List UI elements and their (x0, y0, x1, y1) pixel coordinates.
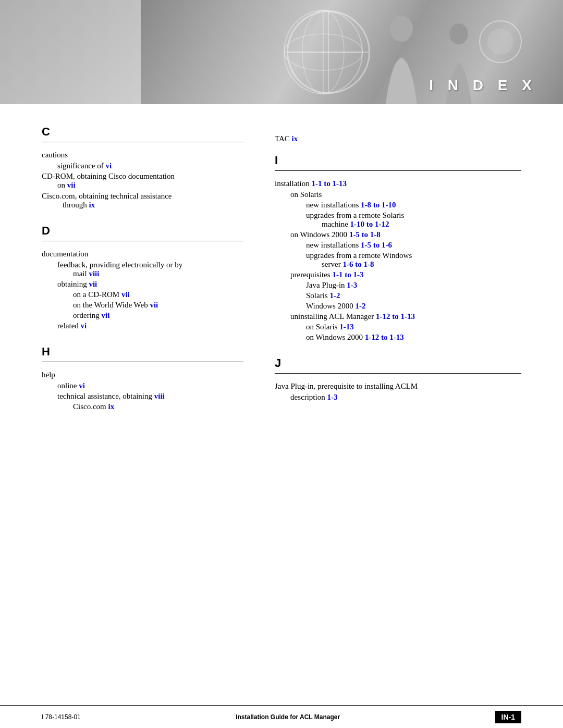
link-obtaining-vii[interactable]: vii (89, 280, 97, 288)
index-label: I N D E X (429, 77, 537, 94)
entry-help: help (42, 371, 243, 379)
link-tech-assist-viii[interactable]: viii (154, 392, 165, 400)
link-upgrades-windows[interactable]: 1-6 to 1-8 (342, 260, 374, 268)
entry-prerequisites: prerequisites 1-1 to 1-3 (290, 270, 521, 279)
divider-d (42, 241, 243, 241)
link-ciscocom-sub-ix[interactable]: ix (108, 402, 115, 411)
link-uninstall-windows[interactable]: 1-12 to 1-13 (365, 333, 404, 341)
main-content: C cautions significance of vi CD-ROM, ob… (0, 104, 563, 457)
banner-graphic: I N D E X (141, 0, 563, 104)
entry-java-description: description 1-3 (290, 393, 521, 402)
entry-ciscocom: Cisco.com, obtaining technical assistanc… (42, 192, 243, 209)
link-new-inst-windows[interactable]: 1-5 to 1-6 (361, 241, 392, 249)
divider-j (275, 373, 521, 374)
entry-documentation: documentation (42, 250, 243, 258)
link-ordering-vii[interactable]: vii (102, 311, 110, 319)
link-upgrades-solaris[interactable]: 1-10 to 1-12 (350, 220, 389, 228)
entry-feedback: feedback, providing electronically or by… (57, 261, 243, 278)
entry-uninstalling: uninstalling ACL Manager 1-12 to 1-13 (290, 312, 521, 321)
entry-upgrades-solaris: upgrades from a remote Solaris machine 1… (306, 211, 521, 229)
svg-point-5 (390, 16, 413, 42)
divider-h (42, 362, 243, 362)
entry-cdrom: CD-ROM, obtaining Cisco documentation on… (42, 172, 243, 190)
entry-on-www: on the World Wide Web vii (73, 301, 243, 310)
entry-tac: TAC ix (275, 134, 521, 143)
link-on-www-vii[interactable]: vii (150, 301, 158, 309)
link-windows-prereq[interactable]: 1-2 (355, 302, 365, 310)
footer-doc-number: I 78-14158-01 (42, 713, 81, 721)
entry-new-inst-windows: new installations 1-5 to 1-6 (306, 241, 521, 250)
link-solaris-prereq[interactable]: 1-2 (329, 291, 340, 300)
section-letter-i: I (275, 154, 521, 167)
entry-on-solaris: on Solaris (290, 190, 521, 199)
entry-ciscocom-sub: Cisco.com ix (73, 402, 243, 411)
entry-solaris-prereq: Solaris 1-2 (306, 291, 521, 300)
entry-ordering: ordering vii (73, 311, 243, 320)
entry-new-inst-solaris: new installations 1-8 to 1-10 (306, 201, 521, 209)
entry-significance: significance of vi (57, 162, 243, 170)
link-uninstall-solaris[interactable]: 1-13 (339, 323, 354, 331)
footer-page: IN-1 (495, 711, 521, 723)
entry-on-cdrom: on a CD-ROM vii (73, 290, 243, 299)
entry-java-plugin-main: Java Plug-in, prerequisite to installing… (275, 382, 521, 391)
link-tac-ix[interactable]: ix (292, 134, 298, 143)
section-letter-d: D (42, 224, 243, 238)
entry-obtaining: obtaining vii (57, 280, 243, 289)
entry-on-windows: on Windows 2000 1-5 to 1-8 (290, 230, 521, 239)
entry-uninstall-windows: on Windows 2000 1-12 to 1-13 (306, 333, 521, 342)
header-banner: I N D E X (0, 0, 563, 104)
footer-title: Installation Guide for ACL Manager (236, 713, 340, 721)
link-ciscocom-ix[interactable]: ix (89, 201, 95, 209)
right-column: TAC ix I installation 1-1 to 1-13 on Sol… (275, 120, 521, 426)
svg-point-8 (487, 29, 513, 55)
link-significance-vi[interactable]: vi (105, 162, 112, 170)
tac-section: TAC ix (275, 120, 521, 143)
entry-online: online vi (57, 381, 243, 390)
section-c: C cautions significance of vi CD-ROM, ob… (42, 125, 243, 209)
link-related-vi[interactable]: vi (81, 322, 87, 330)
section-i: I installation 1-1 to 1-13 on Solaris ne… (275, 154, 521, 342)
left-column: C cautions significance of vi CD-ROM, ob… (42, 120, 243, 426)
link-on-windows[interactable]: 1-5 to 1-8 (349, 230, 381, 239)
link-java-plugin[interactable]: 1-3 (347, 281, 357, 289)
entry-tech-assist: technical assistance, obtaining viii (57, 392, 243, 401)
section-h: H help online vi technical assistance, o… (42, 345, 243, 411)
divider-i (275, 170, 521, 171)
entry-java-plugin: Java Plug-in 1-3 (306, 281, 521, 290)
entry-related: related vi (57, 322, 243, 330)
entry-windows-prereq: Windows 2000 1-2 (306, 302, 521, 311)
link-on-cdrom-vii[interactable]: vii (121, 290, 130, 299)
two-column-layout: C cautions significance of vi CD-ROM, ob… (42, 120, 521, 426)
link-cdrom-vii[interactable]: vii (67, 181, 76, 189)
section-j: J Java Plug-in, prerequisite to installi… (275, 356, 521, 402)
section-letter-h: H (42, 345, 243, 359)
section-letter-c: C (42, 125, 243, 139)
svg-point-6 (449, 23, 468, 44)
section-letter-j: J (275, 356, 521, 370)
link-feedback-viii[interactable]: viii (89, 269, 99, 278)
footer: I 78-14158-01 Installation Guide for ACL… (0, 705, 563, 728)
entry-cautions: cautions (42, 151, 243, 159)
link-installation[interactable]: 1-1 to 1-13 (311, 179, 347, 188)
entry-uninstall-solaris: on Solaris 1-13 (306, 323, 521, 331)
entry-upgrades-windows: upgrades from a remote Windows server 1-… (306, 251, 521, 269)
entry-installation: installation 1-1 to 1-13 (275, 179, 521, 188)
link-prerequisites[interactable]: 1-1 to 1-3 (332, 270, 363, 279)
link-java-description[interactable]: 1-3 (327, 393, 337, 401)
link-online-vi[interactable]: vi (79, 381, 85, 390)
divider-c (42, 142, 243, 142)
section-d: D documentation feedback, providing elec… (42, 224, 243, 330)
link-uninstalling[interactable]: 1-12 to 1-13 (376, 312, 415, 320)
link-new-inst-solaris[interactable]: 1-8 to 1-10 (361, 201, 396, 209)
